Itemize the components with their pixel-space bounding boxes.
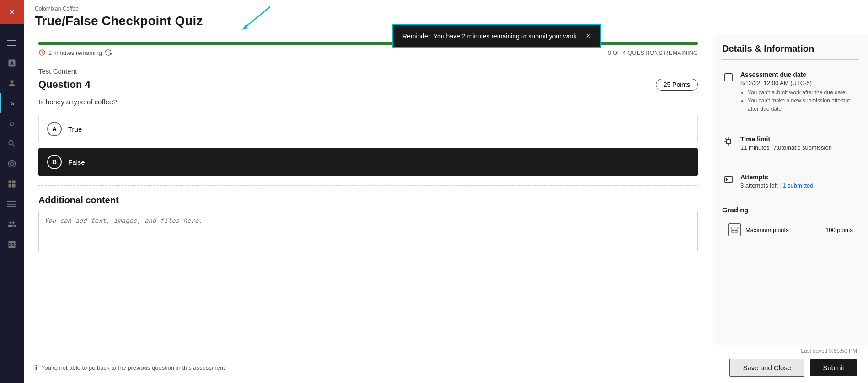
svg-point-4 [9, 161, 16, 167]
svg-point-3 [11, 80, 14, 83]
due-date-content: Assessment due date 8/12/22, 12:00 AM (U… [740, 71, 859, 113]
details-title: Details & Information [722, 43, 859, 54]
time-limit-title: Time limit [740, 135, 859, 143]
question-title: Question 4 [38, 79, 91, 91]
time-limit-icon [722, 135, 735, 151]
attempts-value: 3 attempts left | 1 submitted [740, 182, 859, 189]
close-button[interactable]: × [0, 0, 24, 24]
sidebar-item-circle[interactable] [0, 154, 24, 174]
footer-wrapper: Last saved 3:58:50 PM ℹ You're not able … [24, 345, 868, 383]
sidebar-item-d[interactable]: D [0, 113, 24, 134]
due-date-item: Assessment due date 8/12/22, 12:00 AM (U… [722, 65, 859, 119]
attempts-submitted-link[interactable]: 1 submitted [782, 182, 813, 189]
svg-rect-2 [7, 45, 16, 46]
svg-point-5 [11, 162, 14, 166]
grading-section: Grading Maximum points [722, 206, 859, 241]
last-saved: Last saved 3:58:50 PM [24, 345, 868, 354]
sidebar-divider-4 [722, 200, 859, 200]
attempts-title: Attempts [740, 173, 859, 181]
submit-button[interactable]: Submit [810, 359, 857, 376]
footer-actions: Save and Close Submit [729, 359, 857, 377]
time-remaining: 2 minutes remaining [48, 49, 102, 56]
footer-info: ℹ You're not able to go back to the prev… [35, 364, 225, 372]
sidebar-divider-1 [722, 59, 859, 60]
svg-rect-7 [7, 204, 16, 205]
right-sidebar: Details & Information Assessment due dat… [713, 34, 868, 345]
max-points-label: Maximum points [745, 227, 789, 233]
test-content-label: Test Content [38, 67, 698, 75]
question-text: Is honey a type of coffee? [38, 98, 698, 106]
notification-text: Reminder: You have 2 minutes remaining t… [402, 32, 579, 40]
sidebar-item-course[interactable] [0, 53, 24, 73]
footer-info-text: You're not able to go back to the previo… [41, 364, 225, 371]
notification-close-button[interactable]: × [586, 31, 591, 41]
additional-content-label: Additional content [38, 195, 698, 205]
sidebar-item-search[interactable] [0, 134, 24, 154]
option-text-a: True [68, 125, 82, 133]
svg-rect-11 [725, 74, 733, 81]
progress-info: 2 minutes remaining 0 OF 4 QUESTIONS REM… [38, 49, 698, 56]
footer-info-icon: ℹ [35, 364, 38, 372]
svg-rect-0 [7, 40, 16, 41]
due-date-bullet-1: You can't submit work after the due date… [748, 88, 859, 97]
svg-rect-1 [7, 43, 16, 43]
left-sidebar: × S D [0, 0, 24, 383]
svg-rect-8 [7, 206, 16, 207]
max-points-value: 100 points [811, 219, 858, 241]
svg-rect-16 [726, 139, 730, 143]
notification-banner: Reminder: You have 2 minutes remaining t… [392, 24, 601, 48]
grading-table: Maximum points 100 points [722, 218, 859, 241]
attempts-icon [722, 173, 735, 189]
time-limit-value: 11 minutes | Automatic submission [740, 144, 859, 151]
save-close-button[interactable]: Save and Close [729, 359, 804, 377]
attempts-content: Attempts 3 attempts left | 1 submitted [740, 173, 859, 189]
svg-rect-6 [7, 201, 16, 202]
grading-row: Maximum points 100 points [723, 219, 859, 241]
svg-rect-18 [732, 227, 734, 229]
svg-rect-19 [735, 227, 737, 229]
svg-rect-20 [732, 230, 734, 232]
sidebar-item-table[interactable] [0, 234, 24, 254]
sidebar-item-users[interactable] [0, 214, 24, 234]
grading-title: Grading [722, 206, 859, 214]
due-date-title: Assessment due date [740, 71, 859, 78]
sidebar-divider-2 [722, 124, 859, 124]
divider [38, 185, 698, 186]
time-limit-content: Time limit 11 minutes | Automatic submis… [740, 135, 859, 151]
timer-info: 2 minutes remaining [38, 49, 112, 56]
grading-icon [728, 223, 741, 236]
breadcrumb: Colombian Coffee [35, 5, 857, 12]
option-text-b: False [68, 158, 85, 166]
answer-option-a[interactable]: A True [38, 115, 698, 143]
sidebar-item-list[interactable] [0, 194, 24, 214]
sidebar-item-menu[interactable] [0, 33, 24, 53]
due-date-bullet-2: You can't make a new submission attempt … [748, 97, 859, 113]
refresh-icon [105, 49, 112, 56]
footer-buttons: ℹ You're not able to go back to the prev… [24, 354, 868, 383]
time-limit-item: Time limit 11 minutes | Automatic submis… [722, 130, 859, 156]
timer-icon [38, 49, 46, 56]
sidebar-item-active[interactable]: S [0, 93, 24, 113]
questions-remaining: 0 OF 4 QUESTIONS REMAINING [608, 49, 698, 56]
attempts-item: Attempts 3 attempts left | 1 submitted [722, 168, 859, 194]
due-date-bullets: You can't submit work after the due date… [740, 88, 859, 113]
question-header: Question 4 25 Points [38, 79, 698, 91]
sidebar-item-profile[interactable] [0, 73, 24, 93]
svg-rect-21 [735, 230, 737, 232]
main-wrapper: Colombian Coffee True/False Checkpoint Q… [24, 0, 868, 383]
points-badge: 25 Points [656, 79, 698, 91]
answer-option-b[interactable]: B False [38, 148, 698, 176]
sidebar-item-grid[interactable] [0, 174, 24, 194]
due-date-value: 8/12/22, 12:00 AM (UTC-5) [740, 80, 859, 86]
quiz-main: 2 minutes remaining 0 OF 4 QUESTIONS REM… [24, 34, 713, 345]
content-area: 2 minutes remaining 0 OF 4 QUESTIONS REM… [24, 34, 868, 345]
calendar-icon [722, 71, 735, 113]
additional-content-textarea[interactable] [38, 211, 698, 252]
sidebar-divider-3 [722, 162, 859, 162]
svg-rect-17 [725, 177, 733, 183]
option-circle-a: A [47, 122, 62, 136]
option-circle-b: B [47, 155, 62, 169]
grading-icon-cell: Maximum points [723, 219, 811, 241]
